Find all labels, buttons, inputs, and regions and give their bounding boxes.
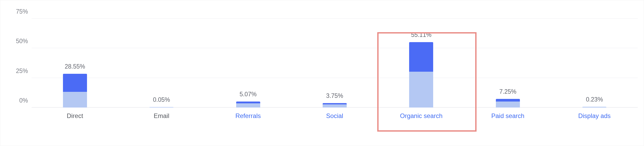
y-tick-75: 75% [16, 8, 28, 15]
bar-organic-search-value: 55.11% [411, 31, 431, 38]
bar-paid-search-seg-dark [496, 99, 520, 102]
y-tick-50: 50% [16, 38, 28, 45]
bar-direct-stack[interactable]: 28.55% [63, 74, 87, 108]
bar-paid-search-seg-light [496, 102, 520, 108]
traffic-sources-chart: 0% 25% 50% 75% 28.55% 0.05% 5.0 [0, 0, 644, 146]
bar-display-ads-value: 0.23% [586, 96, 603, 103]
bar-organic-search-seg-dark [409, 42, 433, 71]
bar-direct-seg-dark [63, 74, 87, 92]
bar-referrals-stack[interactable]: 5.07% [236, 102, 260, 108]
bar-organic-search-seg-light [409, 72, 433, 108]
bar-display-ads-seg-light [582, 107, 606, 108]
bar-referrals: 5.07% [205, 19, 291, 108]
bar-direct-value: 28.55% [65, 63, 85, 70]
x-cat-organic-search[interactable]: Organic search [378, 111, 465, 120]
bar-organic-search: 55.11% [378, 19, 465, 108]
x-cat-email: Email [118, 111, 205, 120]
bar-referrals-value: 5.07% [240, 91, 257, 98]
bar-social-seg-light [323, 104, 347, 108]
bars-container: 28.55% 0.05% 5.07% [32, 19, 638, 108]
y-tick-0: 0% [19, 97, 28, 104]
bar-direct-seg-light [63, 92, 87, 108]
bar-email-value: 0.05% [153, 96, 170, 103]
bar-referrals-seg-light [236, 103, 260, 108]
y-tick-25: 25% [16, 67, 28, 74]
bar-email-stack[interactable]: 0.05% [149, 107, 173, 108]
bar-social-value: 3.75% [326, 92, 343, 99]
bar-social-stack[interactable]: 3.75% [323, 103, 347, 108]
x-cat-social[interactable]: Social [291, 111, 378, 120]
x-cat-referrals[interactable]: Referrals [205, 111, 291, 120]
bar-email: 0.05% [118, 19, 205, 108]
bar-paid-search-stack[interactable]: 7.25% [496, 99, 520, 108]
bar-display-ads: 0.23% [551, 19, 638, 108]
bar-paid-search: 7.25% [465, 19, 551, 108]
bar-organic-search-stack[interactable]: 55.11% [409, 42, 433, 108]
bar-referrals-seg-dark [236, 102, 260, 103]
bar-social: 3.75% [291, 19, 378, 108]
x-axis-labels: Direct Email Referrals Social Organic se… [32, 111, 638, 120]
bar-direct: 28.55% [32, 19, 118, 108]
x-cat-paid-search[interactable]: Paid search [465, 111, 551, 120]
x-cat-direct: Direct [32, 111, 118, 120]
bar-paid-search-value: 7.25% [499, 88, 516, 95]
bar-display-ads-stack[interactable]: 0.23% [582, 107, 606, 108]
x-cat-display-ads[interactable]: Display ads [551, 111, 638, 120]
plot-area: 0% 25% 50% 75% 28.55% 0.05% 5.0 [32, 19, 638, 108]
bar-email-seg-light [149, 107, 173, 108]
